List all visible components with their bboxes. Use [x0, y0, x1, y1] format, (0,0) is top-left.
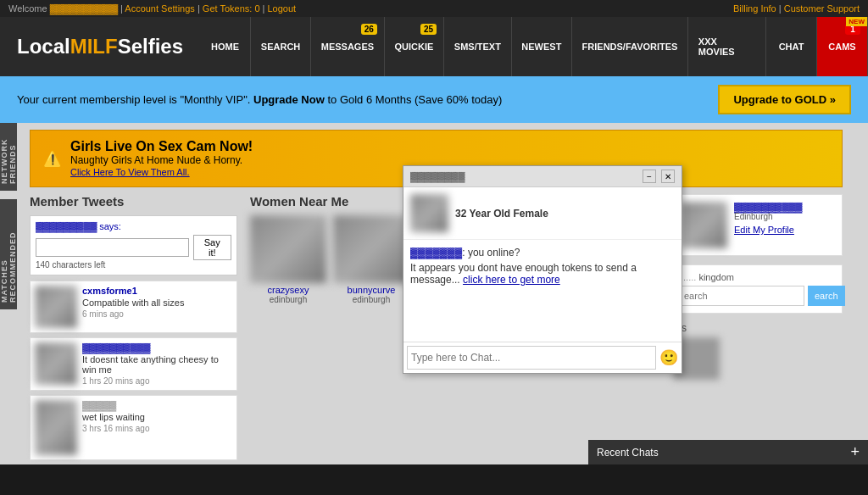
tweet-user-3[interactable]: ▓▓▓▓▓	[82, 400, 232, 410]
search-area: ...... kingdom earch	[673, 264, 843, 314]
nav-quickie-label: QUICKIE	[395, 42, 434, 52]
profile-name: ▓▓▓▓▓▓▓▓▓▓	[734, 202, 835, 212]
cam-link[interactable]: Click Here To View Them All.	[70, 167, 190, 177]
nav-home-label: HOME	[211, 42, 239, 52]
chat-username: ▓▓▓▓▓▓▓▓	[410, 171, 465, 181]
upgrade-banner: Your current membership level is "Monthl…	[0, 76, 868, 123]
upgrade-text: Your current membership level is "Monthl…	[17, 93, 502, 106]
cams-new-badge: NEW	[846, 17, 867, 26]
right-ms-section: ms	[673, 322, 843, 380]
friends-network-tab[interactable]: FRIENDS NETWORK	[0, 123, 17, 191]
nav-chat-label: CHAT	[779, 42, 804, 52]
nav-chat[interactable]: CHAT	[766, 17, 817, 76]
nav-search[interactable]: SEARCH	[251, 17, 311, 76]
edit-profile-link[interactable]: Edit My Profile	[734, 225, 835, 235]
account-settings-link[interactable]: Account Settings	[125, 3, 195, 14]
chat-controls: − ✕	[643, 170, 675, 183]
nav-cams-label: CAMS	[828, 42, 855, 52]
chat-sender: ▓▓▓▓▓▓▓	[410, 247, 462, 259]
tweet-time-3: 3 hrs 16 mins ago	[82, 424, 232, 433]
nav-home[interactable]: HOME	[200, 17, 251, 76]
search-button[interactable]: earch	[808, 286, 845, 306]
logout-link[interactable]: Logout	[268, 3, 297, 14]
recent-chats-label: Recent Chats	[597, 447, 659, 459]
search-kingdom-label: ...... kingdom	[681, 272, 835, 282]
main-content: FRIENDS NETWORK RECOMMENDED MATCHES ⚠️ G…	[0, 123, 868, 464]
tweet-time-2: 1 hrs 20 mins ago	[82, 376, 232, 386]
tweet-says: says:	[99, 221, 121, 231]
chat-emoji-button[interactable]: 🙂	[659, 348, 678, 367]
woman-photo-1	[250, 215, 326, 283]
tweet-own-username: ▓▓▓▓▓▓▓▓▓	[36, 221, 97, 231]
tweet-chars: 140 characters left	[36, 260, 231, 270]
recent-chats-bar: Recent Chats +	[588, 440, 868, 464]
nav-cams[interactable]: 1 NEW CAMS	[817, 17, 868, 76]
nav-search-label: SEARCH	[261, 42, 300, 52]
nav-xxxmovies-label: XXX MOVIES	[698, 36, 755, 57]
recent-chats-plus-button[interactable]: +	[850, 443, 860, 461]
tweet-item-1: cxmsforme1 Compatible with all sizes 6 m…	[30, 281, 237, 333]
chat-input[interactable]	[407, 346, 656, 370]
logo-local: Local	[17, 35, 70, 58]
upgrade-text-bold: Upgrade Now	[253, 93, 325, 106]
tweet-input[interactable]	[36, 238, 189, 257]
logo-selfies: Selfies	[118, 35, 183, 58]
get-tokens-link[interactable]: Get Tokens: 0	[203, 3, 260, 14]
tweet-user-2[interactable]: ▓▓▓▓▓▓▓▓▓▓	[82, 342, 232, 353]
tweet-user-1[interactable]: cxmsforme1	[82, 286, 232, 296]
woman-name-2: bunnycurve	[333, 285, 409, 295]
recommended-matches-label: RECOMMENDED MATCHES	[0, 206, 17, 303]
customer-support-link[interactable]: Customer Support	[784, 3, 860, 14]
tweet-text-3: wet lips waiting	[82, 412, 232, 422]
nav-messages[interactable]: 26 MESSAGES	[311, 17, 385, 76]
nav-newest[interactable]: NEWEST	[512, 17, 573, 76]
nav-smstext[interactable]: SMS/TEXT	[444, 17, 511, 76]
cam-subtitle: Naughty Girls At Home Nude & Horny. Clic…	[70, 154, 253, 178]
tweet-avatar-1	[35, 286, 77, 328]
woman-loc-1: edinburgh	[250, 295, 326, 304]
billing-info-link[interactable]: Billing Info	[733, 3, 776, 14]
nav-quickie[interactable]: 25 QUICKIE	[385, 17, 444, 76]
tweet-item-2: ▓▓▓▓▓▓▓▓▓▓ It doesnt take anything chees…	[30, 337, 237, 391]
profile-photo	[681, 202, 727, 248]
username-link[interactable]: ▓▓▓▓▓▓▓▓▓▓	[50, 3, 118, 14]
tweet-item-3: ▓▓▓▓▓ wet lips waiting 3 hrs 16 mins ago	[30, 395, 237, 460]
nav-newest-label: NEWEST	[521, 42, 561, 52]
nav-friends[interactable]: FRIENDS/FAVORITES	[572, 17, 688, 76]
tweet-avatar-3	[35, 400, 77, 455]
top-bar: Welcome ▓▓▓▓▓▓▓▓▓▓ | Account Settings | …	[0, 0, 868, 17]
chat-profile-area: 32 Year Old Female	[403, 187, 682, 240]
tweet-avatar-2	[35, 342, 77, 385]
woman-item-2[interactable]: bunnycurve edinburgh	[333, 215, 409, 304]
recommended-matches-tab[interactable]: RECOMMENDED MATCHES	[0, 199, 17, 309]
woman-name-1: crazysexy	[250, 285, 326, 295]
chat-get-tokens-link[interactable]: click here to get more	[463, 274, 560, 286]
welcome-text: Welcome	[8, 3, 47, 14]
upgrade-text-after: to Gold 6 Months (Save 60% today)	[327, 93, 502, 106]
nav-friends-label: FRIENDS/FAVORITES	[582, 42, 678, 52]
tweets-title: Member Tweets	[30, 194, 237, 209]
woman-item-1[interactable]: crazysexy edinburgh	[250, 215, 326, 304]
nav-smstext-label: SMS/TEXT	[454, 42, 501, 52]
chat-minimize-button[interactable]: −	[643, 170, 656, 183]
chat-messages-area: ▓▓▓▓▓▓▓: you online? It appears you dont…	[403, 240, 682, 342]
nav-xxxmovies[interactable]: XXX MOVIES	[688, 17, 766, 76]
header: LocalMILFSelfies HOME SEARCH 26 MESSAGES…	[0, 17, 868, 76]
upgrade-to-gold-button[interactable]: Upgrade to GOLD »	[718, 85, 851, 114]
chat-close-button[interactable]: ✕	[661, 170, 675, 183]
cam-title: Girls Live On Sex Cam Now!	[70, 139, 253, 154]
tweet-time-1: 6 mins ago	[82, 309, 232, 319]
chat-input-area: 🙂	[403, 342, 682, 373]
tweet-input-area: ▓▓▓▓▓▓▓▓▓ says: Say it! 140 characters l…	[30, 215, 237, 275]
chat-msg2: It appears you dont have enough tokens t…	[410, 262, 675, 286]
search-input[interactable]	[681, 286, 804, 306]
say-it-button[interactable]: Say it!	[193, 235, 231, 260]
warning-icon: ⚠️	[43, 149, 62, 168]
chat-profile-pic	[410, 194, 448, 232]
quickie-badge: 25	[420, 24, 437, 35]
nav-messages-label: MESSAGES	[321, 42, 374, 52]
chat-popup: ▓▓▓▓▓▓▓▓ − ✕ 32 Year Old Female ▓▓▓▓▓▓▓:…	[403, 165, 682, 374]
profile-location: Edinburgh	[734, 212, 835, 221]
chat-popup-header: ▓▓▓▓▓▓▓▓ − ✕	[403, 166, 682, 187]
tweet-text-2: It doesnt take anything cheesy to win me	[82, 354, 232, 375]
